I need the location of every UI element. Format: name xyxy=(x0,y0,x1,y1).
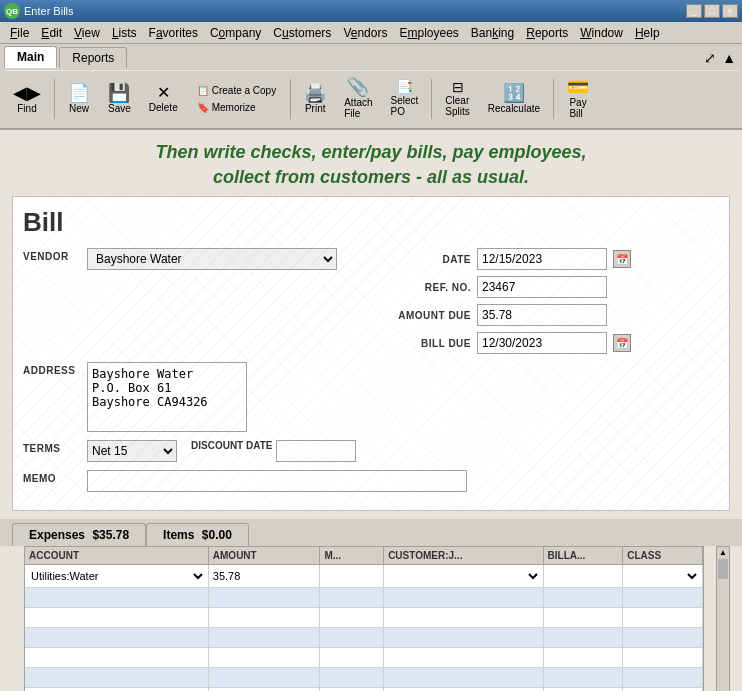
separator-2 xyxy=(290,79,291,119)
tab-reports[interactable]: Reports xyxy=(59,47,127,68)
customer-select-1[interactable] xyxy=(386,567,540,585)
menu-bar: File Edit View Lists Favorites Company C… xyxy=(0,22,742,44)
menu-window[interactable]: Window xyxy=(574,24,629,42)
menu-reports[interactable]: Reports xyxy=(520,24,574,42)
title-bar: QB Enter Bills _ □ × xyxy=(0,0,742,22)
memo-input-1[interactable] xyxy=(322,567,381,585)
clear-splits-button[interactable]: ⊟ ClearSplits xyxy=(438,77,476,120)
cell-memo-1[interactable] xyxy=(320,565,384,588)
select-po-icon: 📑 xyxy=(396,80,413,94)
scrollbar[interactable]: ▲ ▼ xyxy=(716,546,730,691)
expense-table-container: ACCOUNT AMOUNT M... CUSTOMER:J... BILLA.… xyxy=(24,546,704,691)
terms-select[interactable]: Net 15 Net 30 Due on receipt xyxy=(87,440,177,462)
address-textarea[interactable]: Bayshore Water P.O. Box 61 Bayshore CA94… xyxy=(87,362,247,432)
menu-favorites[interactable]: Favorites xyxy=(143,24,204,42)
refno-input[interactable] xyxy=(477,276,607,298)
select-po-button[interactable]: 📑 SelectPO xyxy=(384,77,426,120)
menu-customers[interactable]: Customers xyxy=(267,24,337,42)
vendor-select[interactable]: Bayshore Water xyxy=(87,248,337,270)
cell-account-1[interactable]: Utilities:Water xyxy=(25,565,208,588)
menu-banking[interactable]: Banking xyxy=(465,24,520,42)
new-button[interactable]: 📄 New xyxy=(61,81,97,117)
cell-empty xyxy=(25,628,208,648)
cell-amount-1[interactable] xyxy=(208,565,320,588)
recalculate-button[interactable]: 🔢 Recalculate xyxy=(481,81,547,117)
menu-employees[interactable]: Employees xyxy=(393,24,464,42)
amountdue-input[interactable] xyxy=(477,304,607,326)
pay-bill-label: PayBill xyxy=(569,97,586,119)
menu-lists[interactable]: Lists xyxy=(106,24,143,42)
discount-date-label: DISCOUNT DATE xyxy=(191,440,272,451)
cell-empty xyxy=(25,588,208,608)
menu-help[interactable]: Help xyxy=(629,24,666,42)
create-copy-button[interactable]: 📋 Create a Copy xyxy=(193,83,280,98)
scroll-up-button[interactable]: ▲ xyxy=(719,548,727,557)
amountdue-row: AMOUNT DUE xyxy=(381,304,631,326)
discount-date-input[interactable] xyxy=(276,440,356,462)
window-controls[interactable]: _ □ × xyxy=(686,4,738,18)
col-customer: CUSTOMER:J... xyxy=(384,547,543,565)
account-select-1[interactable]: Utilities:Water xyxy=(27,567,206,585)
main-content: Then write checks, enter/pay bills, pay … xyxy=(0,130,742,691)
scroll-thumb xyxy=(718,559,728,579)
maximize-button[interactable]: □ xyxy=(704,4,720,18)
save-button[interactable]: 💾 Save xyxy=(101,81,138,117)
tab-main[interactable]: Main xyxy=(4,46,57,68)
create-copy-label: Create a Copy xyxy=(212,85,276,96)
amount-input-1[interactable] xyxy=(211,567,318,585)
minimize-button[interactable]: _ xyxy=(686,4,702,18)
address-label: ADDRESS xyxy=(23,362,83,376)
cell-empty xyxy=(25,668,208,688)
menu-vendors[interactable]: Vendors xyxy=(337,24,393,42)
memorize-icon: 🔖 xyxy=(197,102,209,113)
cell-billable-1[interactable] xyxy=(543,565,623,588)
table-row xyxy=(25,628,703,648)
toolbar-buttons: ◀▶ Find 📄 New 💾 Save ✕ Delete 📋 Create a… xyxy=(4,70,738,126)
cell-class-1[interactable] xyxy=(623,565,703,588)
col-billable: BILLA... xyxy=(543,547,623,565)
find-button[interactable]: ◀▶ Find xyxy=(6,81,48,117)
print-label: Print xyxy=(305,103,326,114)
expand-button[interactable]: ⤢ xyxy=(702,48,718,68)
cell-customer-1[interactable] xyxy=(384,565,543,588)
new-label: New xyxy=(69,103,89,114)
header-text: Then write checks, enter/pay bills, pay … xyxy=(0,130,742,196)
find-label: Find xyxy=(17,103,36,114)
separator-4 xyxy=(553,79,554,119)
memorize-button[interactable]: 🔖 Memorize xyxy=(193,100,280,115)
billdue-input[interactable] xyxy=(477,332,607,354)
memo-input[interactable] xyxy=(87,470,467,492)
right-fields: DATE 📅 REF. NO. AMOUNT DUE BILL DUE 📅 xyxy=(381,248,631,354)
delete-button[interactable]: ✕ Delete xyxy=(142,82,185,116)
delete-label: Delete xyxy=(149,102,178,113)
terms-label: TERMS xyxy=(23,440,83,454)
window-title: Enter Bills xyxy=(24,5,74,17)
pay-bill-button[interactable]: 💳 PayBill xyxy=(560,75,596,122)
separator-1 xyxy=(54,79,55,119)
expenses-label: Expenses xyxy=(29,528,85,542)
toolbar-right: ⤢ ▲ xyxy=(702,48,738,68)
col-amount: AMOUNT xyxy=(208,547,320,565)
close-button[interactable]: × xyxy=(722,4,738,18)
class-select-1[interactable] xyxy=(625,567,700,585)
memo-row: MEMO xyxy=(23,470,719,492)
expenses-amount: $35.78 xyxy=(92,528,129,542)
menu-edit[interactable]: Edit xyxy=(35,24,68,42)
attach-file-button[interactable]: 📎 AttachFile xyxy=(337,75,379,122)
table-row xyxy=(25,588,703,608)
cell-empty xyxy=(25,608,208,628)
header-line1: Then write checks, enter/pay bills, pay … xyxy=(20,140,722,165)
tab-items[interactable]: Items $0.00 xyxy=(146,523,249,546)
billdue-calendar-button[interactable]: 📅 xyxy=(613,334,631,352)
attach-file-label: AttachFile xyxy=(344,97,372,119)
tab-row: Main Reports ⤢ ▲ xyxy=(4,46,738,68)
date-input[interactable] xyxy=(477,248,607,270)
tab-expenses[interactable]: Expenses $35.78 xyxy=(12,523,146,546)
print-button[interactable]: 🖨️ Print xyxy=(297,81,333,117)
menu-company[interactable]: Company xyxy=(204,24,267,42)
collapse-button[interactable]: ▲ xyxy=(720,48,738,68)
menu-view[interactable]: View xyxy=(68,24,106,42)
menu-file[interactable]: File xyxy=(4,24,35,42)
date-calendar-button[interactable]: 📅 xyxy=(613,250,631,268)
amountdue-label: AMOUNT DUE xyxy=(381,310,471,321)
